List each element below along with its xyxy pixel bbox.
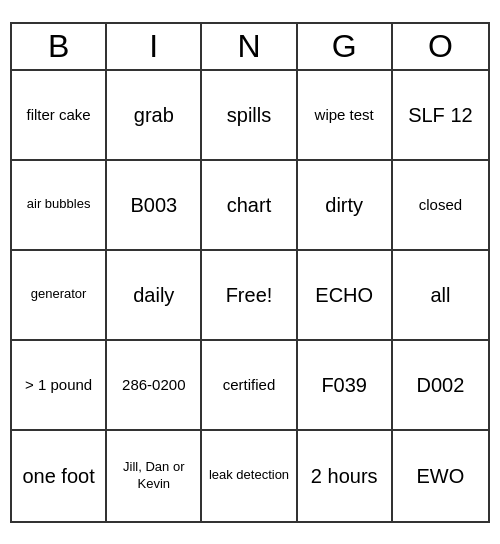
bingo-cell: ECHO — [298, 251, 393, 341]
bingo-cell: wipe test — [298, 71, 393, 161]
bingo-cell: leak detection — [202, 431, 297, 521]
bingo-header: BINGO — [12, 24, 488, 71]
bingo-cell: B003 — [107, 161, 202, 251]
header-letter: N — [202, 24, 297, 69]
bingo-cell: air bubbles — [12, 161, 107, 251]
bingo-cell: F039 — [298, 341, 393, 431]
bingo-cell: certified — [202, 341, 297, 431]
header-letter: I — [107, 24, 202, 69]
bingo-cell: daily — [107, 251, 202, 341]
header-letter: O — [393, 24, 488, 69]
bingo-cell: dirty — [298, 161, 393, 251]
bingo-cell: D002 — [393, 341, 488, 431]
bingo-cell: 2 hours — [298, 431, 393, 521]
bingo-cell: spills — [202, 71, 297, 161]
bingo-cell: > 1 pound — [12, 341, 107, 431]
bingo-cell: Free! — [202, 251, 297, 341]
bingo-cell: filter cake — [12, 71, 107, 161]
header-letter: B — [12, 24, 107, 69]
bingo-card: BINGO filter cakegrabspillswipe testSLF … — [10, 22, 490, 523]
bingo-cell: 286-0200 — [107, 341, 202, 431]
bingo-cell: Jill, Dan or Kevin — [107, 431, 202, 521]
bingo-cell: all — [393, 251, 488, 341]
bingo-cell: EWO — [393, 431, 488, 521]
bingo-grid: filter cakegrabspillswipe testSLF 12air … — [12, 71, 488, 521]
bingo-cell: chart — [202, 161, 297, 251]
bingo-cell: one foot — [12, 431, 107, 521]
bingo-cell: generator — [12, 251, 107, 341]
bingo-cell: closed — [393, 161, 488, 251]
header-letter: G — [298, 24, 393, 69]
bingo-cell: grab — [107, 71, 202, 161]
bingo-cell: SLF 12 — [393, 71, 488, 161]
